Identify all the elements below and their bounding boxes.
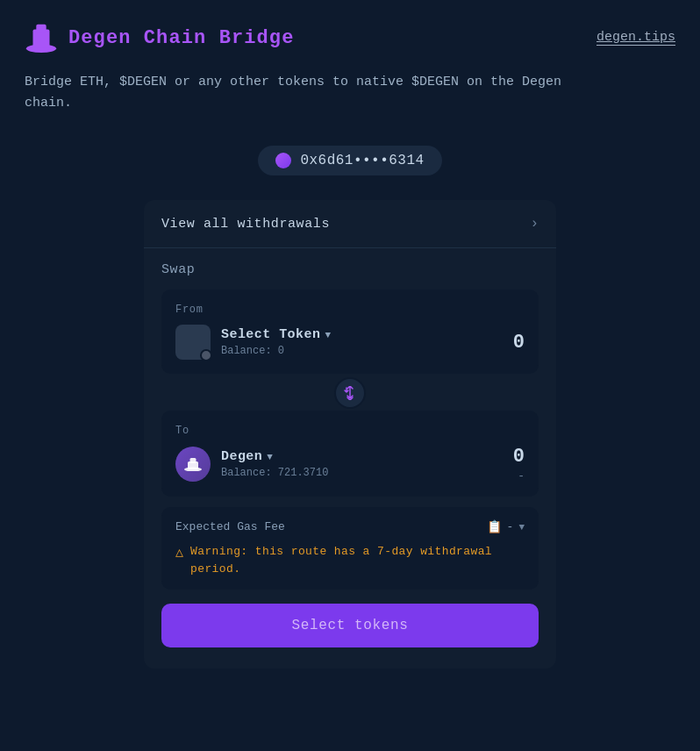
to-token-row: Degen ▼ Balance: 721.3710 0 - — [175, 446, 525, 483]
from-token-balance: Balance: 0 — [221, 345, 331, 357]
svg-rect-5 — [190, 458, 196, 463]
to-label: To — [175, 425, 525, 437]
warning-row: △ Warning: this route has a 7-day withdr… — [175, 543, 525, 577]
to-token-balance: Balance: 721.3710 — [221, 467, 328, 479]
from-token-chevron-icon: ▼ — [325, 330, 331, 340]
from-token-box: From Select Token ▼ Balance: 0 — [161, 290, 539, 374]
gas-dropdown-icon: ▼ — [518, 522, 525, 533]
to-token-box: To Degen ▼ — [161, 411, 539, 497]
to-amount-secondary: - — [513, 469, 525, 483]
swap-section: Swap From Select Token ▼ Ba — [144, 248, 556, 669]
to-amount-container: 0 - — [513, 446, 525, 483]
address-container: 0x6d61••••6314 — [25, 146, 675, 175]
from-token-name-text: Select Token — [221, 327, 320, 342]
gas-row: Expected Gas Fee 📋 - ▼ — [175, 519, 525, 534]
from-token-row: Select Token ▼ Balance: 0 0 — [175, 325, 525, 360]
view-withdrawals-row[interactable]: View all withdrawals › — [144, 200, 556, 248]
app-subtitle: Bridge ETH, $DEGEN or any other tokens t… — [25, 72, 568, 114]
from-token-select[interactable]: Select Token ▼ — [221, 327, 331, 342]
degen-token-icon — [175, 447, 211, 482]
address-avatar — [275, 153, 291, 168]
swap-direction-button[interactable] — [334, 377, 366, 409]
from-token-icon-wrapper — [175, 325, 211, 360]
gas-value-text: - — [507, 520, 514, 533]
warning-text: Warning: this route has a 7-day withdraw… — [190, 543, 525, 577]
to-token-info: Degen ▼ Balance: 721.3710 — [175, 447, 328, 482]
from-token-details: Select Token ▼ Balance: 0 — [221, 327, 331, 357]
chevron-right-icon: › — [530, 216, 539, 232]
from-token-icon-dot — [200, 349, 212, 361]
swap-toggle-container — [161, 377, 539, 409]
to-token-select[interactable]: Degen ▼ — [221, 449, 328, 464]
gas-label: Expected Gas Fee — [175, 520, 285, 533]
degen-hat-icon — [183, 457, 203, 471]
gas-copy-icon: 📋 — [487, 519, 502, 534]
to-token-details: Degen ▼ Balance: 721.3710 — [221, 449, 328, 479]
to-amount[interactable]: 0 — [513, 446, 525, 468]
gas-section: Expected Gas Fee 📋 - ▼ △ Warning: this r… — [161, 507, 539, 590]
warning-triangle-icon: △ — [175, 544, 183, 561]
hat-icon — [25, 21, 58, 54]
to-token-name-text: Degen — [221, 449, 262, 464]
swap-arrows-icon — [343, 386, 357, 400]
svg-rect-2 — [36, 25, 46, 33]
external-link[interactable]: degen.tips — [596, 30, 675, 46]
from-amount[interactable]: 0 — [513, 332, 525, 354]
address-text: 0x6d61••••6314 — [300, 153, 424, 168]
submit-btn-container: Select tokens — [161, 590, 539, 651]
withdrawals-label: View all withdrawals — [161, 217, 330, 232]
address-pill[interactable]: 0x6d61••••6314 — [258, 146, 441, 175]
from-token-info: Select Token ▼ Balance: 0 — [175, 325, 331, 360]
select-tokens-button[interactable]: Select tokens — [161, 604, 539, 647]
app-header: Degen Chain Bridge degen.tips — [25, 21, 675, 54]
main-card: View all withdrawals › Swap From Select … — [144, 200, 556, 669]
gas-value-container[interactable]: 📋 - ▼ — [487, 519, 525, 534]
swap-label: Swap — [161, 262, 539, 277]
header-left: Degen Chain Bridge — [25, 21, 294, 54]
from-label: From — [175, 304, 525, 316]
to-token-chevron-icon: ▼ — [267, 452, 273, 462]
app-title: Degen Chain Bridge — [68, 27, 294, 49]
